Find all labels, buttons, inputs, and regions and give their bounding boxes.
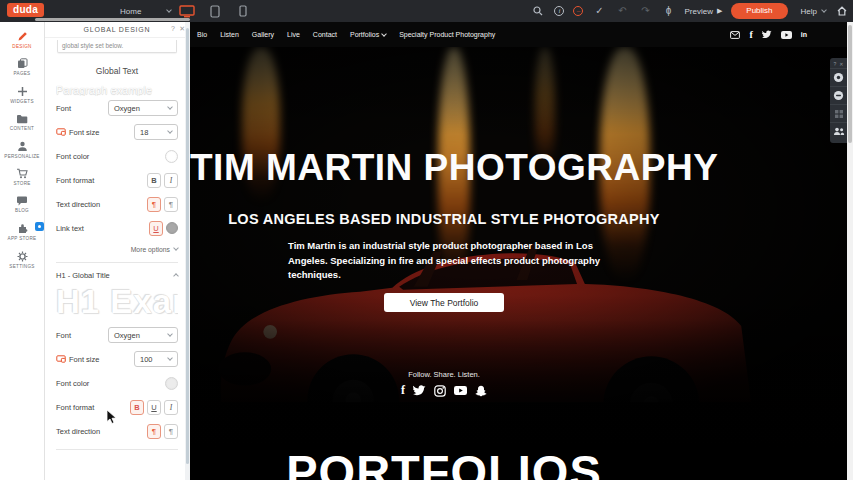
sidebar-item-blog[interactable]: BLOG xyxy=(0,191,44,219)
nav-item-specialty[interactable]: Specialty Product Photography xyxy=(399,31,495,38)
twitter-icon[interactable] xyxy=(762,30,772,39)
desktop-view-button[interactable] xyxy=(178,3,196,19)
close-icon[interactable]: ✕ xyxy=(839,61,843,67)
link-text-row: Link text U xyxy=(56,216,178,240)
nav-item-bio[interactable]: Bio xyxy=(197,31,207,38)
view-portfolio-button[interactable]: View The Portfolio xyxy=(384,293,504,312)
sidebar-item-app-store[interactable]: APP STORE xyxy=(0,219,44,247)
rtl-direction-button[interactable]: ¶ xyxy=(164,424,178,439)
sidebar-item-store[interactable]: STORE xyxy=(0,164,44,192)
nav-item-listen[interactable]: Listen xyxy=(220,31,239,38)
comments-tool-icon[interactable] xyxy=(830,86,847,104)
linkedin-icon[interactable]: in xyxy=(801,31,807,38)
app-store-notification-badge xyxy=(35,222,44,231)
hero-paragraph[interactable]: Tim Martin is an industrial style produc… xyxy=(288,239,602,283)
font-size-value: 18 xyxy=(140,128,148,137)
floating-toolbar: ? ✕ xyxy=(830,58,847,143)
chevron-down-icon xyxy=(167,331,173,337)
panel-help-icon[interactable]: ? xyxy=(171,25,175,32)
section-divider xyxy=(56,449,178,450)
apps-grid-icon[interactable] xyxy=(830,104,847,122)
text-direction-row: Text direction ¶ ¶ xyxy=(56,192,178,216)
duda-logo[interactable]: duda xyxy=(7,3,44,17)
sidebar-item-personalize[interactable]: PERSONALIZE xyxy=(0,136,44,164)
sidebar-item-widgets[interactable]: WIDGETS xyxy=(0,81,44,109)
font-size-dropdown[interactable]: 18 xyxy=(134,124,178,140)
h1-font-dropdown[interactable]: Oxygen xyxy=(108,327,178,343)
site-status-icon[interactable]: – xyxy=(573,6,583,16)
nav-item-live[interactable]: Live xyxy=(287,31,300,38)
nav-item-contact[interactable]: Contact xyxy=(313,31,337,38)
ltr-direction-button[interactable]: ¶ xyxy=(147,197,161,212)
panel-scrollbar[interactable] xyxy=(185,22,190,480)
twitter-icon[interactable] xyxy=(413,385,426,396)
portfolios-title[interactable]: PORTFOLIOS xyxy=(190,447,698,480)
font-size-row: Font size 18 xyxy=(56,120,178,144)
dashboard-home-icon[interactable] xyxy=(835,4,849,18)
undo-icon[interactable]: ↶ xyxy=(615,4,629,18)
play-icon: ▶ xyxy=(717,7,722,15)
chevron-down-icon xyxy=(167,128,173,134)
bold-button[interactable]: B xyxy=(147,173,161,188)
snapchat-icon[interactable] xyxy=(475,385,487,397)
text-direction-label: Text direction xyxy=(56,427,100,436)
font-format-row: Font format B I xyxy=(56,168,178,192)
italic-button[interactable]: I xyxy=(164,173,178,188)
h1-font-color-row: Font color xyxy=(56,371,178,395)
h1-font-color-swatch[interactable] xyxy=(165,377,178,390)
sidebar-item-content[interactable]: CONTENT xyxy=(0,109,44,137)
panel-top-scrollbar[interactable] xyxy=(35,18,190,21)
publish-button[interactable]: Publish xyxy=(731,3,787,19)
dev-mode-icon[interactable]: ɸ xyxy=(661,4,675,18)
h1-underline-button[interactable]: U xyxy=(147,400,161,415)
font-dropdown[interactable]: Oxygen xyxy=(108,100,178,116)
h1-font-row: Font Oxygen xyxy=(56,323,178,347)
tablet-view-button[interactable] xyxy=(206,3,224,19)
facebook-icon[interactable]: f xyxy=(401,383,405,398)
help-icon[interactable]: ? xyxy=(834,61,837,67)
chevron-down-icon xyxy=(381,31,387,37)
font-size-label: Font size xyxy=(69,128,99,137)
facebook-icon[interactable]: f xyxy=(749,29,752,40)
sidebar-item-label: APP STORE xyxy=(8,236,37,241)
sidebar-item-pages[interactable]: PAGES xyxy=(0,54,44,82)
sidebar-item-label: DESIGN xyxy=(12,44,31,49)
rtl-direction-button[interactable]: ¶ xyxy=(164,197,178,212)
follow-text[interactable]: Follow. Share. Listen. xyxy=(190,370,698,379)
link-color-swatch[interactable] xyxy=(166,222,178,234)
info-icon[interactable]: i xyxy=(554,6,564,16)
instagram-icon[interactable] xyxy=(434,385,446,397)
mobile-view-button[interactable] xyxy=(234,3,252,19)
panel-scrollbar-thumb[interactable] xyxy=(186,28,189,464)
preview-scrollbar-thumb[interactable] xyxy=(848,25,852,143)
help-menu[interactable]: Help xyxy=(801,7,826,16)
email-icon[interactable] xyxy=(730,31,740,39)
link-underline-button[interactable]: U xyxy=(149,221,163,236)
sidebar-item-design[interactable]: DESIGN xyxy=(0,26,44,54)
h1-bold-button[interactable]: B xyxy=(130,400,144,415)
portfolios-section[interactable]: PORTFOLIOS xyxy=(190,447,853,480)
hero-section[interactable]: TIM MARTIN PHOTOGRAPHY LOS ANGELES BASED… xyxy=(190,47,853,447)
more-options-link[interactable]: More options xyxy=(56,242,178,256)
youtube-icon[interactable] xyxy=(454,386,467,395)
inspect-tool-icon[interactable] xyxy=(830,68,847,86)
hero-title[interactable]: TIM MARTIN PHOTOGRAPHY xyxy=(190,147,698,189)
h1-italic-button[interactable]: I xyxy=(164,400,178,415)
collaborators-icon[interactable] xyxy=(830,122,847,140)
nav-item-portfolios[interactable]: Portfolios xyxy=(350,31,386,38)
preview-button[interactable]: Preview ▶ xyxy=(684,7,722,16)
youtube-icon[interactable] xyxy=(781,31,792,39)
hero-subtitle[interactable]: LOS ANGELES BASED INDUSTRIAL STYLE PHOTO… xyxy=(190,211,698,227)
sidebar-item-settings[interactable]: SETTINGS xyxy=(0,246,44,274)
nav-item-gallery[interactable]: Gallery xyxy=(252,31,274,38)
preview-scrollbar[interactable] xyxy=(847,22,853,480)
text-direction-label: Text direction xyxy=(56,200,100,209)
h1-section-header[interactable]: H1 - Global Title xyxy=(56,267,178,283)
sidebar-item-label: BLOG xyxy=(15,208,29,213)
search-icon[interactable] xyxy=(531,4,545,18)
h1-font-size-dropdown[interactable]: 100 xyxy=(134,351,178,367)
redo-icon[interactable]: ↷ xyxy=(638,4,652,18)
chevron-up-icon xyxy=(173,273,179,279)
font-color-swatch[interactable] xyxy=(165,150,178,163)
ltr-direction-button[interactable]: ¶ xyxy=(147,424,161,439)
